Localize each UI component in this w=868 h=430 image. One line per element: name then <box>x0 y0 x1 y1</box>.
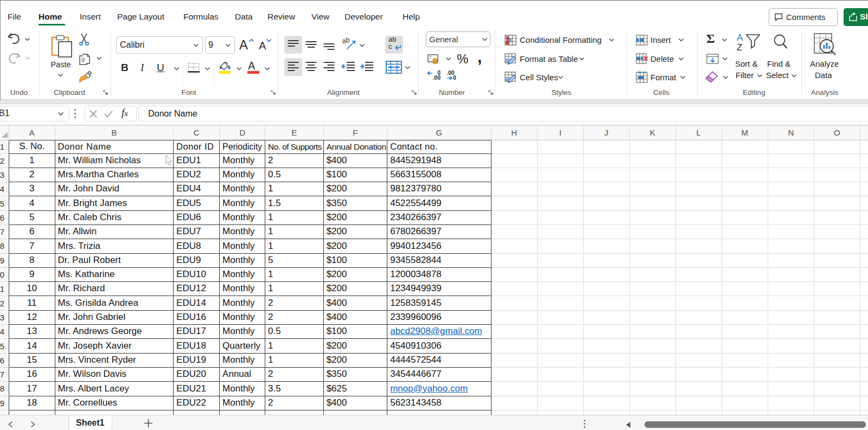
svg-text:ab: ab <box>342 37 350 45</box>
